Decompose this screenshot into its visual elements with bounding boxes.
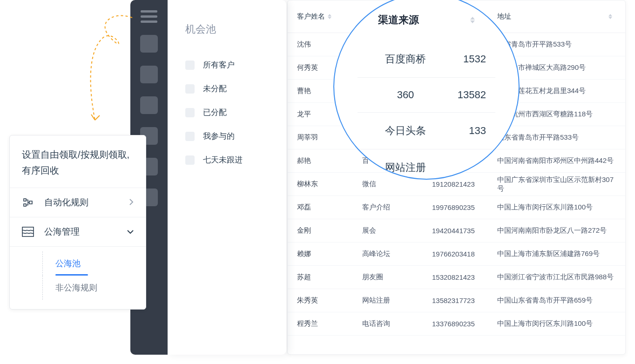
sort-icon: [328, 14, 331, 19]
cell-name: 金刚: [297, 226, 362, 235]
table-row[interactable]: 赖娜高峰论坛19766203418中国上海市浦东新区浦建路769号: [288, 243, 625, 266]
cell-phone: 19766203418: [432, 250, 497, 258]
mag-row: 今日头条133: [358, 113, 495, 149]
svg-rect-1: [24, 204, 26, 206]
sea-manage-label: 公海管理: [44, 226, 127, 238]
svg-rect-0: [24, 199, 26, 201]
svg-rect-2: [29, 201, 32, 204]
settings-card: 设置自由领取/按规则领取,有序回收 自动化规则 公海管理 公: [9, 135, 146, 310]
th-addr[interactable]: 地址: [497, 12, 616, 21]
mag-channel: 今日头条: [367, 124, 444, 138]
filter-label: 已分配: [203, 107, 227, 118]
sort-icon: [608, 14, 612, 19]
pool-icon: [22, 226, 34, 238]
cell-name: 赖娜: [297, 249, 362, 258]
cell-channel: 电话咨询: [362, 319, 432, 328]
filter-item-1[interactable]: 未分配: [185, 77, 286, 101]
checkbox[interactable]: [185, 61, 195, 70]
cell-name: 朱秀英: [297, 296, 362, 305]
cell-addr: 东省青岛市开平路533号: [497, 40, 616, 49]
th-name[interactable]: 客户姓名: [297, 12, 362, 21]
filter-item-4[interactable]: 七天未跟进: [185, 148, 286, 172]
magnifier-lens: 渠道来源 百度商桥153236013582今日头条133网站注册: [333, 0, 520, 180]
sea-sub-items: 公海池 非公海规则: [10, 246, 146, 309]
cell-channel: 网站注册: [362, 296, 432, 305]
checkbox[interactable]: [185, 132, 195, 141]
cell-phone: 13376890235: [432, 320, 497, 328]
svg-rect-3: [22, 227, 34, 236]
sub-item-rules[interactable]: 非公海规则: [10, 276, 146, 300]
cell-addr: 中国河南省南阳市邓州区中州路442号: [497, 156, 616, 165]
cell-channel: 展会: [362, 226, 432, 235]
filter-label: 未分配: [203, 83, 227, 94]
cell-channel: 微信: [362, 180, 432, 189]
cell-name: 苏超: [297, 273, 362, 282]
chevron-right-icon: [129, 199, 134, 207]
checkbox[interactable]: [185, 84, 195, 94]
filter-item-0[interactable]: 所有客户: [185, 53, 286, 77]
cell-addr: 中国上海市闵行区东川路100号: [497, 319, 616, 328]
sort-icon: [470, 17, 475, 23]
cell-channel: 客户介绍: [362, 203, 432, 212]
cell-phone: 19420441735: [432, 227, 497, 235]
sub-item-pool[interactable]: 公海池: [10, 251, 146, 276]
cell-addr: 中国河南南阳市卧龙区八一路272号: [497, 226, 616, 235]
cell-name: 邓磊: [297, 203, 362, 212]
mag-channel: 百度商桥: [367, 52, 444, 66]
cell-phone: 13582317723: [432, 297, 497, 304]
mag-phone: 1532: [444, 53, 486, 65]
mag-row: 36013582: [358, 78, 495, 113]
cell-name: 郝艳: [297, 156, 362, 165]
filter-label: 所有客户: [203, 60, 235, 70]
cell-channel: 朋友圈: [362, 273, 432, 282]
filter-title: 机会池: [185, 22, 286, 36]
automation-label: 自动化规则: [44, 196, 129, 209]
mag-row: 百度商桥1532: [358, 41, 495, 78]
mag-phone: 13582: [444, 89, 486, 101]
cell-name: 柳林东: [297, 180, 362, 189]
flow-icon: [22, 196, 34, 209]
cell-addr: 中国山东省青岛市开平路659号: [497, 296, 616, 305]
table-row[interactable]: 苏超朋友圈15320821423中国浙江省宁波市江北区市民路988号: [288, 266, 625, 289]
mag-channel: 360: [367, 89, 444, 101]
mag-phone: 133: [444, 125, 486, 137]
mag-header: 渠道来源: [358, 13, 495, 27]
cell-addr: 山东省青岛市开平路533号: [497, 133, 616, 142]
cell-phone: 19120821423: [432, 180, 497, 188]
table-row[interactable]: 柳林东微信19120821423中国广东省深圳市宝山区示范新村307号: [288, 173, 625, 196]
guide-arrow: [67, 13, 146, 134]
cell-addr: 中国广东省深圳市宝山区示范新村307号: [497, 175, 616, 193]
filter-item-3[interactable]: 我参与的: [185, 124, 286, 148]
cell-addr: 中国上海市闵行区东川路100号: [497, 203, 616, 212]
cell-phone: 15320821423: [432, 273, 497, 281]
table-row[interactable]: 朱秀英网站注册13582317723中国山东省青岛市开平路659号: [288, 289, 625, 312]
table-row[interactable]: 金刚展会19420441735中国河南南阳市卧龙区八一路272号: [288, 219, 625, 243]
table-row[interactable]: 邓磊客户介绍19976890235中国上海市闵行区东川路100号: [288, 196, 625, 219]
cell-channel: 高峰论坛: [362, 249, 432, 258]
filter-panel: 机会池 所有客户未分配已分配我参与的七天未跟进: [168, 0, 286, 355]
filter-label: 我参与的: [203, 131, 235, 142]
chevron-down-icon: [127, 228, 134, 236]
checkbox[interactable]: [185, 108, 195, 117]
filter-label: 七天未跟进: [203, 155, 243, 165]
table-row[interactable]: 程秀兰电话咨询13376890235中国上海市闵行区东川路100号: [288, 312, 625, 336]
cell-addr: 中国浙江省宁波市江北区市民路988号: [497, 273, 616, 282]
cell-name: 程秀兰: [297, 319, 362, 328]
checkbox[interactable]: [185, 155, 195, 165]
cell-phone: 19976890235: [432, 203, 497, 211]
sea-manage-item[interactable]: 公海管理: [10, 217, 146, 246]
cell-addr: 中国上海市浦东新区浦建路769号: [497, 249, 616, 258]
settings-title: 设置自由领取/按规则领取,有序回收: [10, 135, 146, 188]
automation-rules-item[interactable]: 自动化规则: [10, 188, 146, 217]
filter-item-2[interactable]: 已分配: [185, 101, 286, 124]
